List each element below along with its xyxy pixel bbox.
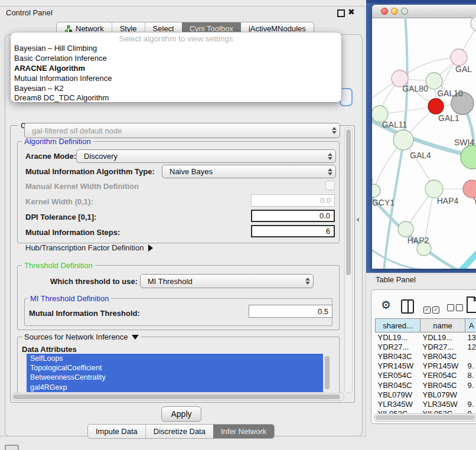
node-gal4[interactable] [393,130,413,150]
network-window-titlebar[interactable] [372,5,476,18]
splitter-collapse-icon[interactable] [356,217,359,222]
dropdown-item[interactable]: Bayesian – K2 [14,84,333,93]
cell[interactable]: YER054C [420,371,465,380]
tab-discretize-data[interactable]: Discretize Data [145,425,213,438]
cell[interactable]: YER054C [376,371,420,380]
table-row[interactable]: YDL19...YDL19...13 [376,332,476,343]
deselect-all-columns-icon[interactable] [447,303,465,314]
settings-vscrollbar[interactable] [344,127,353,393]
table-hscrollbar[interactable] [374,413,476,422]
dropdown-item[interactable]: Bayesian – Hill Climbing [14,44,333,53]
mi-threshold-label: Mutual Information Threshold: [29,309,140,318]
collapse-down-icon [132,335,139,340]
aracne-mode-value: Discovery [77,152,325,161]
attributes-vscrollbar-thumb[interactable] [325,356,330,389]
split-columns-icon[interactable] [401,299,414,314]
tab-impute-data[interactable]: Impute Data [88,425,145,438]
table-row[interactable]: YDR27...YDR27...12 [376,342,476,351]
collapsed-panel-icon[interactable] [5,445,19,450]
close-traffic-light-icon[interactable] [381,8,388,15]
network-nodes[interactable] [372,18,476,256]
cell[interactable]: YDR27... [376,342,420,351]
node-gal[interactable] [451,49,467,66]
column-header-third[interactable]: A [465,319,476,332]
cell[interactable]: YBL079W [420,390,465,399]
node-label: GAL80 [402,84,428,93]
float-window-icon[interactable] [337,9,345,17]
node-gal10[interactable] [426,73,442,89]
mi-threshold-field[interactable]: 0.5 [249,305,332,318]
attributes-vscrollbar[interactable] [324,355,330,391]
apply-button[interactable]: Apply [161,406,201,422]
table-row[interactable]: YBR045CYBR045C9. [376,380,476,390]
node-hap4[interactable] [425,180,443,198]
dropdown-item[interactable]: Basic Correlation Inference [14,54,333,63]
table-row[interactable]: YBR043CYBR043C [376,351,476,361]
sources-title-row[interactable]: Sources for Network Inference [22,332,141,341]
settings-vscrollbar-thumb[interactable] [346,129,351,275]
cell[interactable]: YBL079W [376,390,420,399]
cell[interactable]: YBR045C [420,380,465,390]
which-threshold-combo[interactable]: MI Threshold [140,274,314,288]
network-combo[interactable]: gal-filtered sif default node [24,123,340,138]
zoom-traffic-light-icon[interactable] [401,8,408,15]
tab-infer-network[interactable]: Infer Network [213,425,274,438]
manual-kernel-checkbox[interactable] [325,181,335,190]
settings-hscrollbar[interactable] [11,393,344,401]
mi-type-combo[interactable]: Naive Bayes [162,165,336,178]
checked-box-icon: ✓ [432,306,439,314]
kernel-width-field[interactable]: 0.0 [251,194,335,207]
node-hap2[interactable] [398,221,413,237]
list-item[interactable]: gal4RGexp [27,383,323,392]
column-header-shared-name[interactable]: shared... [376,319,420,332]
cell[interactable] [465,351,476,361]
cell[interactable]: YPR145W [376,361,420,371]
table-row[interactable]: YBL079WYBL079W [376,390,476,399]
node[interactable] [471,18,476,31]
table-hscrollbar-thumb[interactable] [376,415,475,420]
dropdown-item-selected[interactable]: ARACNE Algorithm [14,64,333,73]
table-row[interactable]: YLR345WYLR345W9. [376,399,476,409]
dropdown-item[interactable]: Mutual Information Inference [14,74,333,83]
document-icon[interactable] [466,296,476,314]
aracne-mode-combo[interactable]: Discovery [76,149,336,163]
network-canvas[interactable]: GAL GAL80 GAL10 GAL1 GAL11 SWI4 GAL4 GCY… [372,18,476,269]
cell[interactable] [465,390,476,399]
mi-steps-field[interactable]: 6 [251,225,335,237]
cell[interactable]: YLR345W [420,399,465,409]
dpi-tolerance-field[interactable]: 0.0 [251,210,335,222]
cell[interactable]: YDL19... [420,332,465,343]
cell[interactable]: 9. [465,399,476,409]
node-swi4[interactable] [461,145,476,169]
cell[interactable]: 9. [465,361,476,371]
cell[interactable]: 8. [465,371,476,380]
cell[interactable]: 12 [465,342,476,351]
cell[interactable]: YBR043C [376,351,420,361]
gear-icon[interactable]: ⚙ [381,298,391,312]
cell[interactable]: YDL19... [376,332,420,343]
column-header-name[interactable]: name [420,319,465,332]
list-item[interactable]: BetweennessCentrality [27,373,323,382]
hub-definition-expander[interactable]: Hub/Transcription Factor Definition [25,243,153,252]
cell[interactable]: YPR145W [420,361,465,371]
list-item[interactable]: TopologicalCoefficient [27,363,323,373]
table-row[interactable]: YPR145WYPR145W9. [376,361,476,371]
close-icon[interactable]: ✖ [348,7,355,17]
settings-hscrollbar-thumb[interactable] [13,394,340,399]
minimize-traffic-light-icon[interactable] [391,8,398,15]
screen: Control Panel ✖ Network Style Select Cyn… [0,0,476,450]
network-view-window[interactable]: GAL GAL80 GAL10 GAL1 GAL11 SWI4 GAL4 GCY… [372,5,476,269]
select-all-columns-icon[interactable]: ✓✓ [423,303,441,314]
cell[interactable]: YBR043C [420,351,465,361]
node-salmon[interactable] [463,180,476,198]
table-row[interactable]: YER054CYER054C8. [376,371,476,380]
dropdown-item[interactable]: Dream8 DC_TDC Algorithm [14,93,333,103]
cell[interactable]: YLR345W [376,399,420,409]
cell[interactable]: 13 [465,332,476,343]
cell[interactable]: 9. [465,380,476,390]
cell[interactable]: YBR045C [376,380,420,390]
cell[interactable]: YDR27... [420,342,465,351]
node-gal1-red[interactable] [428,99,444,114]
node-gcy1[interactable] [372,184,380,197]
list-item[interactable]: SelfLoops [27,354,323,363]
